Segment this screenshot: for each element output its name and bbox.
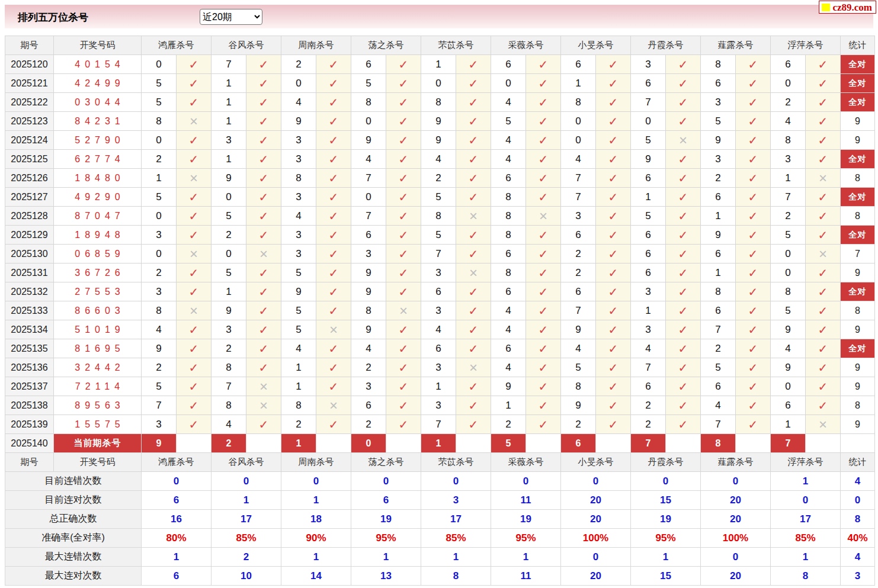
current-kill-number: 7 <box>771 434 806 453</box>
stats-value: 1 <box>631 548 701 567</box>
current-kill-number: 0 <box>351 434 386 453</box>
check-icon: ✓ <box>456 169 491 188</box>
check-icon: ✓ <box>526 131 561 150</box>
stats-value: 3 <box>841 567 875 586</box>
kill-number: 1 <box>561 74 596 93</box>
check-icon: ✓ <box>666 226 701 245</box>
kill-number: 9 <box>281 282 316 301</box>
column-header-expert: 荡之杀号 <box>351 36 421 55</box>
column-header-expert: 小旻杀号 <box>561 36 631 55</box>
check-icon: ✓ <box>666 93 701 112</box>
check-icon: ✓ <box>177 207 212 226</box>
check-icon: ✓ <box>246 226 281 245</box>
kill-number: 5 <box>491 112 526 131</box>
kill-number: 8 <box>142 301 177 320</box>
kill-number: 7 <box>212 55 246 74</box>
stats-value: 85% <box>421 529 491 548</box>
check-icon: ✓ <box>177 377 212 396</box>
stats-value: 10 <box>212 567 281 586</box>
check-icon: ✓ <box>526 264 561 282</box>
kill-number: 7 <box>421 245 456 264</box>
all-correct-badge: 全对 <box>841 55 875 74</box>
kill-number: 4 <box>351 339 386 358</box>
check-icon: ✓ <box>386 169 421 188</box>
period-cell: 2025121 <box>5 74 54 93</box>
kill-number: 3 <box>631 55 666 74</box>
check-icon: ✓ <box>456 74 491 93</box>
kill-number: 6 <box>491 169 526 188</box>
check-icon: ✓ <box>736 150 771 169</box>
column-header-expert: 薤露杀号 <box>701 36 771 55</box>
period-range-select[interactable]: 近20期 <box>200 9 262 25</box>
kill-number: 2 <box>351 415 386 434</box>
check-icon: ✓ <box>456 301 491 320</box>
stats-value: 20 <box>561 567 631 586</box>
site-logo[interactable]: cz89.com <box>819 1 876 14</box>
stats-value: 13 <box>351 567 421 586</box>
kill-number: 5 <box>281 320 316 339</box>
kill-number: 9 <box>701 131 736 150</box>
kill-number: 1 <box>212 93 246 112</box>
table-row: 2025130068590×0×3✓3✓7✓6✓2✓6✓6✓0×7 <box>5 245 875 264</box>
kill-number: 9 <box>351 131 386 150</box>
kill-number: 8 <box>771 282 806 301</box>
kill-number: 1 <box>631 188 666 207</box>
all-correct-badge: 全对 <box>841 188 875 207</box>
check-icon: ✓ <box>316 207 351 226</box>
cross-icon: × <box>177 301 212 320</box>
kill-number: 1 <box>281 377 316 396</box>
kill-number: 2 <box>212 339 246 358</box>
kill-number: 6 <box>351 226 386 245</box>
stats-value: 17 <box>212 510 281 529</box>
kill-number: 5 <box>771 226 806 245</box>
check-icon: ✓ <box>736 74 771 93</box>
check-icon: ✓ <box>246 264 281 282</box>
stats-value: 20 <box>701 567 771 586</box>
draw-number: 84231 <box>54 112 142 131</box>
check-icon: ✓ <box>316 358 351 377</box>
check-icon: ✓ <box>316 377 351 396</box>
stats-value: 1 <box>491 548 561 567</box>
kill-number: 7 <box>421 415 456 434</box>
check-icon: ✓ <box>456 131 491 150</box>
check-icon: ✓ <box>386 282 421 301</box>
check-icon: ✓ <box>736 188 771 207</box>
check-icon: ✓ <box>596 396 631 415</box>
stats-value: 0 <box>421 472 491 491</box>
check-icon: ✓ <box>386 245 421 264</box>
cross-icon: × <box>526 207 561 226</box>
kill-number: 6 <box>701 245 736 264</box>
check-icon: ✓ <box>177 320 212 339</box>
check-icon: ✓ <box>666 207 701 226</box>
all-correct-badge: 全对 <box>841 282 875 301</box>
kill-number: 8 <box>212 358 246 377</box>
check-icon: ✓ <box>666 301 701 320</box>
check-icon: ✓ <box>596 93 631 112</box>
check-icon: ✓ <box>526 245 561 264</box>
check-icon: ✓ <box>736 245 771 264</box>
check-icon: ✓ <box>736 415 771 434</box>
check-icon: ✓ <box>246 131 281 150</box>
check-icon: ✓ <box>806 150 841 169</box>
stats-value: 100% <box>561 529 631 548</box>
kill-number: 4 <box>561 339 596 358</box>
column-header-expert: 谷风杀号 <box>212 36 281 55</box>
check-icon: ✓ <box>596 415 631 434</box>
row-stat-count: 9 <box>841 131 875 150</box>
kill-number: 6 <box>701 301 736 320</box>
kill-number: 5 <box>351 74 386 93</box>
check-icon: ✓ <box>456 396 491 415</box>
current-kill-number: 5 <box>491 434 526 453</box>
period-cell: 2025137 <box>5 377 54 396</box>
row-stat-count: 9 <box>841 112 875 131</box>
check-icon: ✓ <box>596 55 631 74</box>
kill-number: 1 <box>212 112 246 131</box>
cross-icon: × <box>456 358 491 377</box>
kill-number: 7 <box>701 415 736 434</box>
empty-mark-cell <box>246 434 281 453</box>
cross-icon: × <box>246 377 281 396</box>
check-icon: ✓ <box>736 301 771 320</box>
column-header-expert: 周南杀号 <box>281 36 351 55</box>
kill-number: 4 <box>351 150 386 169</box>
stats-row: 最大连对次数610141381120152083 <box>5 567 875 586</box>
